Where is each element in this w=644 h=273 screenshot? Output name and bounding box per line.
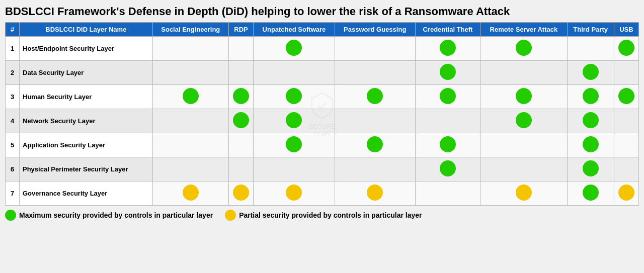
col-header-credential-theft: Credential Theft — [415, 23, 480, 37]
dot-cell — [415, 61, 480, 85]
dot-cell — [415, 37, 480, 61]
green-dot — [583, 160, 599, 176]
yellow-dot — [516, 185, 532, 201]
page-title: BDSLCCI Framework's Defense in Depth (Di… — [5, 5, 639, 18]
dot-cell — [567, 61, 614, 85]
green-dot — [618, 88, 634, 104]
dot-cell — [335, 157, 415, 181]
dot-cell — [152, 157, 228, 181]
green-dot — [583, 185, 599, 201]
legend-green-label: Maximum security provided by controls in… — [19, 211, 213, 219]
green-dot — [440, 40, 456, 56]
table-row: 2Data Security Layer — [6, 61, 639, 85]
yellow-dot — [233, 185, 249, 201]
col-header-layer: BDSLCCI DiD Layer Name — [20, 23, 153, 37]
dot-cell — [152, 133, 228, 157]
legend: Maximum security provided by controls in… — [5, 210, 639, 221]
dot-cell — [335, 37, 415, 61]
dot-cell — [228, 133, 253, 157]
green-dot — [516, 88, 532, 104]
row-layer-name: Network Security Layer — [20, 109, 153, 133]
dot-cell — [480, 133, 567, 157]
dot-cell — [335, 133, 415, 157]
green-dot — [233, 88, 249, 104]
yellow-dot — [367, 185, 383, 201]
row-num: 6 — [6, 157, 20, 181]
legend-yellow-item: Partial security provided by controls in… — [225, 210, 422, 221]
green-dot — [286, 40, 302, 56]
green-dot — [233, 112, 249, 128]
green-dot — [516, 112, 532, 128]
row-num: 2 — [6, 61, 20, 85]
yellow-dot — [286, 185, 302, 201]
row-num: 4 — [6, 109, 20, 133]
green-dot — [367, 88, 383, 104]
dot-cell — [614, 61, 638, 85]
row-layer-name: Host/Endpoint Security Layer — [20, 37, 153, 61]
green-dot — [583, 64, 599, 80]
dot-cell — [254, 61, 335, 85]
green-dot — [583, 112, 599, 128]
dot-cell — [254, 133, 335, 157]
col-header-third-party: Third Party — [567, 23, 614, 37]
green-dot — [183, 88, 199, 104]
dot-cell — [567, 85, 614, 109]
green-dot — [583, 136, 599, 152]
col-header-password-guessing: Password Guessing — [335, 23, 415, 37]
dot-cell — [415, 157, 480, 181]
dot-cell — [614, 133, 638, 157]
green-dot — [583, 88, 599, 104]
dot-cell — [254, 157, 335, 181]
row-num: 7 — [6, 181, 20, 206]
dot-cell — [567, 37, 614, 61]
dot-cell — [614, 181, 638, 206]
row-num: 3 — [6, 85, 20, 109]
col-header-num: # — [6, 23, 20, 37]
table-row: 4Network Security Layer — [6, 109, 639, 133]
dot-cell — [152, 85, 228, 109]
green-dot — [286, 136, 302, 152]
row-num: 5 — [6, 133, 20, 157]
dot-cell — [228, 157, 253, 181]
yellow-dot — [183, 185, 199, 201]
col-header-unpatched-software: Unpatched Software — [254, 23, 335, 37]
dot-cell — [152, 109, 228, 133]
dot-cell — [335, 181, 415, 206]
dot-cell — [254, 37, 335, 61]
dot-cell — [480, 85, 567, 109]
row-layer-name: Governance Security Layer — [20, 181, 153, 206]
green-dot — [286, 88, 302, 104]
row-layer-name: Physical Perimeter Security Layer — [20, 157, 153, 181]
dot-cell — [228, 37, 253, 61]
col-header-remote-server-attack: Remote Server Attack — [480, 23, 567, 37]
dot-cell — [480, 109, 567, 133]
dot-cell — [335, 61, 415, 85]
dot-cell — [415, 181, 480, 206]
dot-cell — [415, 109, 480, 133]
dot-cell — [335, 109, 415, 133]
legend-yellow-dot — [225, 210, 236, 221]
dot-cell — [152, 181, 228, 206]
green-dot — [516, 40, 532, 56]
green-dot — [618, 40, 634, 56]
dot-cell — [567, 109, 614, 133]
row-layer-name: Application Security Layer — [20, 133, 153, 157]
dot-cell — [415, 133, 480, 157]
col-header-usb: USB — [614, 23, 638, 37]
table-row: 5Application Security Layer — [6, 133, 639, 157]
row-layer-name: Data Security Layer — [20, 61, 153, 85]
dot-cell — [480, 61, 567, 85]
legend-green-dot — [5, 210, 16, 221]
col-header-social-engineering: Social Engineering — [152, 23, 228, 37]
did-table: # BDSLCCI DiD Layer Name Social Engineer… — [5, 22, 639, 206]
table-row: 7Governance Security Layer — [6, 181, 639, 206]
dot-cell — [228, 85, 253, 109]
col-header-rdp: RDP — [228, 23, 253, 37]
dot-cell — [480, 37, 567, 61]
dot-cell — [228, 109, 253, 133]
dot-cell — [228, 61, 253, 85]
dot-cell — [228, 181, 253, 206]
green-dot — [440, 136, 456, 152]
dot-cell — [614, 85, 638, 109]
dot-cell — [415, 85, 480, 109]
